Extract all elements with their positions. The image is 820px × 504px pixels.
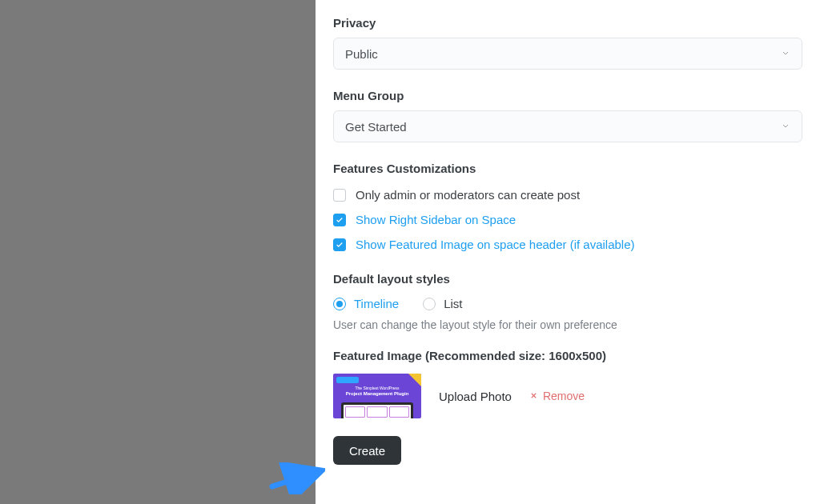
menu-group-select[interactable]: Get Started bbox=[333, 110, 802, 142]
radio-selected-icon bbox=[333, 298, 346, 310]
featured-image-thumbnail[interactable]: The Simplest WordPress Project Managemen… bbox=[333, 374, 421, 418]
feature-right-sidebar-label: Show Right Sidebar on Space bbox=[356, 213, 516, 226]
feature-featured-image-label: Show Featured Image on space header (if … bbox=[356, 238, 635, 251]
features-label: Features Customizations bbox=[333, 162, 802, 175]
layout-timeline-option[interactable]: Timeline bbox=[333, 297, 399, 310]
corner-badge-icon bbox=[408, 374, 421, 386]
thumb-mock bbox=[341, 402, 413, 418]
chevron-down-icon bbox=[781, 47, 790, 61]
thumb-tag-icon bbox=[336, 377, 359, 383]
feature-featured-image-row[interactable]: Show Featured Image on space header (if … bbox=[333, 238, 802, 251]
layout-list-option[interactable]: List bbox=[423, 297, 462, 310]
remove-button[interactable]: Remove bbox=[529, 390, 585, 402]
layout-options: Timeline List bbox=[333, 297, 802, 310]
settings-panel: Privacy Public Menu Group Get Started Fe… bbox=[316, 0, 820, 504]
thumb-line2: Project Management Plugin bbox=[333, 391, 421, 396]
layout-timeline-label: Timeline bbox=[354, 297, 399, 310]
create-button[interactable]: Create bbox=[333, 436, 401, 465]
featured-image-row: The Simplest WordPress Project Managemen… bbox=[333, 374, 802, 418]
featured-image-label: Featured Image (Recommended size: 1600x5… bbox=[333, 349, 802, 362]
menu-group-value: Get Started bbox=[345, 120, 407, 134]
upload-photo-button[interactable]: Upload Photo bbox=[439, 390, 512, 403]
feature-admin-only-label: Only admin or moderators can create post bbox=[356, 188, 580, 202]
layout-list-label: List bbox=[444, 297, 462, 310]
radio-unselected-icon bbox=[423, 298, 436, 310]
chevron-down-icon bbox=[781, 120, 790, 134]
checkbox-checked-icon bbox=[333, 214, 346, 226]
svg-line-2 bbox=[272, 472, 317, 486]
close-icon bbox=[529, 390, 538, 402]
privacy-value: Public bbox=[345, 47, 378, 61]
checkbox-checked-icon bbox=[333, 238, 346, 251]
privacy-select[interactable]: Public bbox=[333, 38, 802, 70]
privacy-label: Privacy bbox=[333, 16, 802, 30]
layout-helper: User can change the layout style for the… bbox=[333, 318, 802, 331]
menu-group-label: Menu Group bbox=[333, 89, 802, 102]
feature-right-sidebar-row[interactable]: Show Right Sidebar on Space bbox=[333, 213, 802, 226]
remove-label: Remove bbox=[543, 390, 585, 402]
layout-label: Default layout styles bbox=[333, 272, 802, 286]
thumb-line1: The Simplest WordPress bbox=[333, 386, 421, 390]
feature-admin-only-row[interactable]: Only admin or moderators can create post bbox=[333, 188, 802, 202]
checkbox-unchecked-icon bbox=[333, 189, 346, 202]
